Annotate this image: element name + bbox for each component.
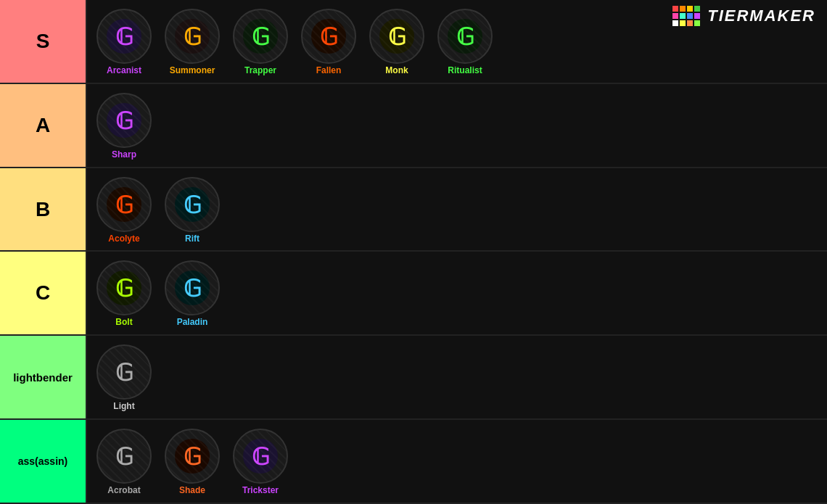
- bolt-label: Bolt: [115, 317, 132, 327]
- rift-icon: 𝔾: [165, 177, 220, 232]
- item-bolt[interactable]: 𝔾 Bolt: [91, 257, 157, 329]
- ritualist-icon: 𝔾: [437, 9, 493, 64]
- tier-row-assin: ass(assin) 𝔾 Acrobat: [0, 420, 827, 504]
- shade-label: Shade: [179, 485, 205, 495]
- acolyte-label: Acolyte: [108, 234, 139, 244]
- tier-label-c: C: [0, 252, 87, 334]
- tier-content-b: 𝔾 Acolyte 𝔾 Rift: [87, 168, 827, 251]
- item-fallen[interactable]: 𝔾 Fallen: [296, 6, 361, 77]
- arcanist-label: Arcanist: [107, 65, 141, 75]
- acrobat-label: Acrobat: [107, 485, 140, 495]
- tier-content-assin: 𝔾 Acrobat 𝔾 Shade: [87, 420, 827, 503]
- tier-row-b: B 𝔾 Acolyte 𝔾: [0, 168, 827, 252]
- tier-row-a: A 𝔾 Sharp: [0, 84, 827, 168]
- tier-label-a: A: [0, 84, 87, 167]
- tier-content-c: 𝔾 Bolt 𝔾 Paladin: [87, 252, 827, 334]
- acrobat-icon: 𝔾: [96, 429, 152, 484]
- ritualist-label: Ritualist: [448, 65, 482, 75]
- item-acrobat[interactable]: 𝔾 Acrobat: [91, 426, 157, 497]
- item-acolyte[interactable]: 𝔾 Acolyte: [91, 174, 157, 245]
- tier-label-assin: ass(assin): [0, 420, 87, 503]
- tier-content-lightbender: 𝔾 Light: [87, 336, 827, 418]
- rift-label: Rift: [185, 234, 199, 244]
- bolt-icon: 𝔾: [96, 260, 152, 315]
- trapper-label: Trapper: [244, 65, 276, 75]
- arcanist-icon: 𝔾: [96, 9, 152, 64]
- fallen-label: Fallen: [316, 65, 342, 75]
- summoner-label: Summoner: [170, 65, 215, 75]
- paladin-label: Paladin: [177, 317, 208, 327]
- tiermaker-header: TiERMAKER: [672, 6, 815, 26]
- monk-label: Monk: [385, 65, 408, 75]
- logo-text: TiERMAKER: [707, 7, 815, 25]
- logo-grid: [672, 6, 700, 26]
- tier-table: TiERMAKER S 𝔾 Arcanist: [0, 0, 827, 504]
- item-ritualist[interactable]: 𝔾 Ritualist: [432, 6, 498, 77]
- item-rift[interactable]: 𝔾 Rift: [160, 174, 225, 245]
- tier-row-c: C 𝔾 Bolt 𝔾: [0, 252, 827, 336]
- tier-content-a: 𝔾 Sharp: [87, 84, 827, 167]
- item-trickster[interactable]: 𝔾 Trickster: [228, 426, 293, 497]
- sharp-icon: 𝔾: [96, 93, 152, 148]
- light-label: Light: [113, 401, 134, 411]
- monk-icon: 𝔾: [369, 9, 424, 64]
- paladin-icon: 𝔾: [165, 260, 220, 315]
- tier-label-lightbender: lightbender: [0, 336, 87, 418]
- acolyte-icon: 𝔾: [96, 177, 152, 232]
- fallen-icon: 𝔾: [301, 9, 356, 64]
- tier-label-b: B: [0, 168, 87, 251]
- trickster-icon: 𝔾: [233, 429, 288, 484]
- item-sharp[interactable]: 𝔾 Sharp: [91, 90, 157, 161]
- trapper-icon: 𝔾: [233, 9, 288, 64]
- light-icon: 𝔾: [96, 344, 152, 400]
- item-paladin[interactable]: 𝔾 Paladin: [160, 257, 225, 329]
- summoner-icon: 𝔾: [165, 9, 220, 64]
- item-shade[interactable]: 𝔾 Shade: [160, 426, 225, 497]
- trickster-label: Trickster: [242, 485, 279, 495]
- tier-row-lightbender: lightbender 𝔾 Light: [0, 336, 827, 420]
- shade-icon: 𝔾: [165, 429, 220, 484]
- sharp-label: Sharp: [112, 149, 136, 160]
- item-trapper[interactable]: 𝔾 Trapper: [228, 6, 293, 77]
- item-summoner[interactable]: 𝔾 Summoner: [160, 6, 225, 77]
- item-monk[interactable]: 𝔾 Monk: [364, 6, 429, 77]
- tier-label-s: S: [0, 0, 87, 83]
- item-light[interactable]: 𝔾 Light: [91, 342, 157, 413]
- item-arcanist[interactable]: 𝔾 Arcanist: [91, 6, 157, 77]
